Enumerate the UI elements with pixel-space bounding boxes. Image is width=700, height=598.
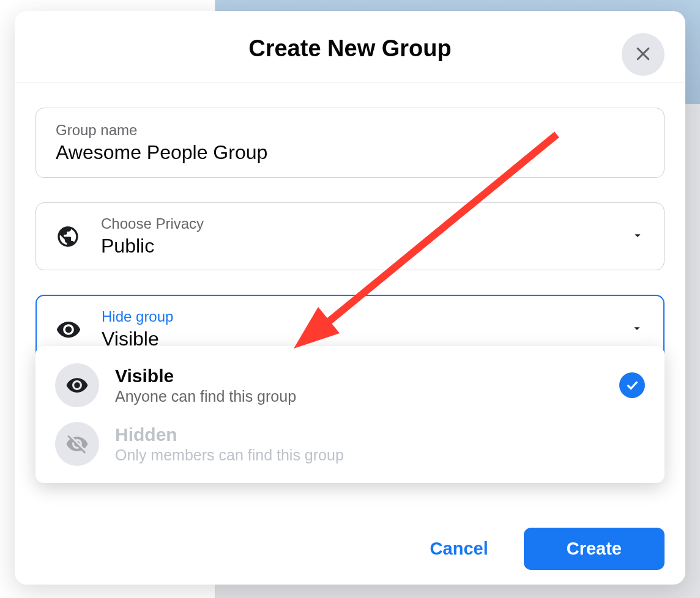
close-button[interactable] xyxy=(622,33,665,76)
privacy-content: Choose Privacy Public xyxy=(101,215,647,257)
dropdown-option-desc: Only members can find this group xyxy=(115,446,645,464)
eye-icon xyxy=(55,363,99,407)
dropdown-option-text: Hidden Only members can find this group xyxy=(115,424,645,464)
create-button[interactable]: Create xyxy=(524,528,665,570)
eye-off-icon xyxy=(55,422,99,466)
modal-footer: Cancel Create xyxy=(15,528,685,585)
dropdown-option-title: Visible xyxy=(115,366,619,386)
visibility-label: Hide group xyxy=(102,308,646,325)
dropdown-option-title: Hidden xyxy=(115,424,645,445)
visibility-dropdown: Visible Anyone can find this group Hidde… xyxy=(35,346,665,483)
dropdown-option-text: Visible Anyone can find this group xyxy=(115,366,619,405)
globe-icon xyxy=(53,222,83,251)
group-name-label: Group name xyxy=(56,122,137,139)
modal-header: Create New Group xyxy=(15,11,685,83)
privacy-value: Public xyxy=(101,235,647,257)
check-icon xyxy=(619,372,645,398)
modal-body: Group name Awesome People Group Choose P… xyxy=(15,83,685,528)
privacy-label: Choose Privacy xyxy=(101,215,647,232)
group-name-field[interactable]: Group name Awesome People Group xyxy=(35,108,665,178)
close-icon xyxy=(634,45,652,65)
chevron-down-icon xyxy=(630,322,644,338)
visibility-content: Hide group Visible xyxy=(102,308,646,350)
dropdown-option-desc: Anyone can find this group xyxy=(115,388,619,405)
create-group-modal: Create New Group Group name Awesome Peop… xyxy=(15,11,685,585)
modal-title: Create New Group xyxy=(15,35,685,62)
privacy-select[interactable]: Choose Privacy Public xyxy=(35,202,665,270)
group-name-value: Awesome People Group xyxy=(56,141,267,164)
chevron-down-icon xyxy=(631,229,644,245)
eye-icon xyxy=(54,315,83,344)
dropdown-option-hidden[interactable]: Hidden Only members can find this group xyxy=(43,415,657,473)
cancel-button[interactable]: Cancel xyxy=(412,529,507,569)
dropdown-option-visible[interactable]: Visible Anyone can find this group xyxy=(43,356,657,415)
